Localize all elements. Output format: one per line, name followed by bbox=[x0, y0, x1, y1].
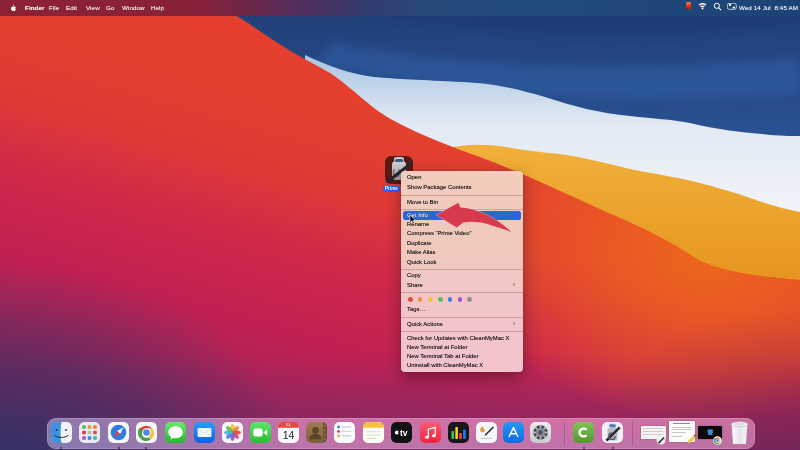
svg-text:tv: tv bbox=[400, 428, 408, 438]
svg-text:14: 14 bbox=[282, 429, 294, 441]
svg-text:JUL: JUL bbox=[285, 423, 291, 427]
